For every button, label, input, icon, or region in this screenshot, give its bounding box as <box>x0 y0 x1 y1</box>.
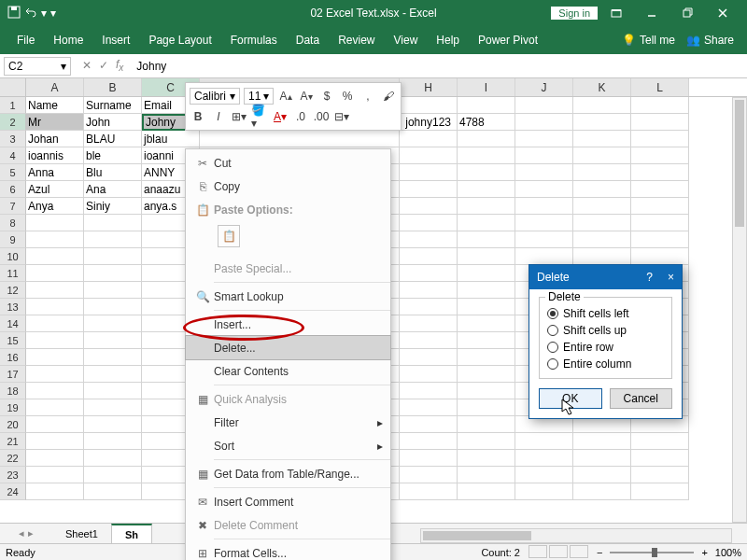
undo-icon[interactable] <box>24 6 37 21</box>
copy-icon: ⎘ <box>191 180 214 193</box>
col-B[interactable]: B <box>84 78 142 96</box>
select-all-corner[interactable] <box>0 78 26 96</box>
col-A[interactable]: A <box>26 78 84 96</box>
zoom-in-icon[interactable]: + <box>701 547 707 558</box>
paste-option-default[interactable]: 📋 <box>218 225 240 247</box>
menu-paste-options: 📋 <box>186 221 390 257</box>
share-button[interactable]: 👥Share <box>681 34 740 47</box>
ribbon: File Home Insert Page Layout Formulas Da… <box>0 26 747 54</box>
zoom-out-icon[interactable]: − <box>597 547 602 558</box>
formula-bar[interactable]: Johny <box>131 60 747 73</box>
col-J[interactable]: J <box>515 78 573 96</box>
enter-formula-icon[interactable]: ✓ <box>99 59 108 72</box>
sheet-tab-1[interactable]: Sheet1 <box>52 524 111 543</box>
scrollbar-v[interactable] <box>732 97 747 523</box>
percent-icon[interactable]: % <box>339 88 356 105</box>
comma-icon[interactable]: , <box>359 88 376 105</box>
menu-insert[interactable]: Insert... <box>186 313 390 336</box>
menu-insert-comment[interactable]: ✉Insert Comment <box>186 490 390 513</box>
tab-view[interactable]: View <box>385 26 428 54</box>
sign-in-button[interactable]: Sign in <box>551 7 598 20</box>
menu-paste-options-label: 📋Paste Options: <box>186 198 390 221</box>
menu-sort[interactable]: Sort▸ <box>186 434 390 457</box>
menu-cut[interactable]: ✂Cut <box>186 151 390 175</box>
restore-icon[interactable] <box>670 4 704 22</box>
close-icon[interactable] <box>706 4 740 22</box>
font-color-icon[interactable]: A▾ <box>272 108 289 125</box>
cancel-formula-icon[interactable]: ✕ <box>82 59 92 72</box>
decrease-font-icon[interactable]: A▾ <box>298 88 315 105</box>
tab-data[interactable]: Data <box>287 26 329 54</box>
menu-copy[interactable]: ⎘Copy <box>186 175 390 198</box>
dialog-help-icon[interactable]: ? <box>646 271 653 284</box>
chevron-down-icon[interactable]: ▾ <box>61 60 66 73</box>
increase-font-icon[interactable]: A▴ <box>277 88 294 105</box>
svg-rect-3 <box>684 10 690 17</box>
tab-home[interactable]: Home <box>44 26 92 54</box>
border-icon[interactable]: ⊞▾ <box>231 108 247 125</box>
minimize-icon[interactable] <box>635 4 669 22</box>
col-H[interactable]: H <box>400 78 458 96</box>
tab-formulas[interactable]: Formulas <box>221 26 287 54</box>
zoom-level[interactable]: 100% <box>715 547 741 558</box>
mini-toolbar: Calibri▾ 11▾ A▴ A▾ $ % , 🖌 B I ⊞▾ 🪣▾ A▾ … <box>185 82 402 131</box>
scrollbar-h[interactable] <box>420 528 732 543</box>
bold-icon[interactable]: B <box>190 108 206 125</box>
italic-icon[interactable]: I <box>210 108 227 125</box>
menu-paste-special[interactable]: Paste Special... <box>186 257 390 280</box>
col-I[interactable]: I <box>458 78 515 96</box>
sheet-tab-active[interactable]: Sh <box>111 524 152 543</box>
menu-filter[interactable]: Filter▸ <box>186 411 390 434</box>
menu-clear-contents[interactable]: Clear Contents <box>186 359 390 383</box>
font-select[interactable]: Calibri▾ <box>190 88 240 105</box>
menu-format-cells[interactable]: ⊞Format Cells... <box>186 541 390 560</box>
menu-delete[interactable]: Delete... <box>186 336 390 359</box>
tab-file[interactable]: File <box>7 26 44 54</box>
comment-icon: ✉ <box>191 496 214 509</box>
dialog-titlebar[interactable]: Delete ?× <box>529 265 682 289</box>
radio-entire-col[interactable]: Entire column <box>547 356 664 372</box>
col-L[interactable]: L <box>631 78 689 96</box>
tab-review[interactable]: Review <box>329 26 384 54</box>
dialog-title: Delete <box>537 271 570 284</box>
tab-power-pivot[interactable]: Power Pivot <box>469 26 547 54</box>
col-K[interactable]: K <box>573 78 631 96</box>
sheet-nav[interactable]: ◂ ▸ <box>0 527 52 539</box>
menu-get-data[interactable]: ▦Get Data from Table/Range... <box>186 462 390 485</box>
radio-entire-row[interactable]: Entire row <box>547 339 664 356</box>
tab-page-layout[interactable]: Page Layout <box>139 26 220 54</box>
view-buttons[interactable] <box>528 545 589 560</box>
dialog-close-icon[interactable]: × <box>668 271 674 284</box>
fill-color-icon[interactable]: 🪣▾ <box>251 108 268 125</box>
menu-delete-comment[interactable]: ✖Delete Comment <box>186 513 390 537</box>
svg-rect-1 <box>11 7 17 10</box>
menu-quick-analysis[interactable]: ▦Quick Analysis <box>186 387 390 411</box>
radio-shift-up[interactable]: Shift cells up <box>547 322 664 339</box>
accounting-icon[interactable]: $ <box>318 88 335 105</box>
formula-bar-row: C2▾ ✕ ✓ fx Johny <box>0 54 747 78</box>
tab-help[interactable]: Help <box>427 26 469 54</box>
menu-smart-lookup[interactable]: 🔍Smart Lookup <box>186 285 390 308</box>
save-icon[interactable] <box>7 6 21 21</box>
redo-icon[interactable]: ▾ <box>41 7 47 20</box>
radio-shift-left[interactable]: Shift cells left <box>547 305 664 322</box>
table-icon: ▦ <box>191 468 214 481</box>
increase-decimal-icon[interactable]: .00 <box>313 108 330 125</box>
zoom-slider[interactable] <box>610 552 694 553</box>
decrease-decimal-icon[interactable]: .0 <box>292 108 309 125</box>
dialog-group-legend: Delete <box>545 290 584 303</box>
name-box[interactable]: C2▾ <box>4 57 71 76</box>
tab-insert[interactable]: Insert <box>92 26 139 54</box>
cancel-button[interactable]: Cancel <box>610 388 673 409</box>
size-select[interactable]: 11▾ <box>244 88 274 105</box>
merge-icon[interactable]: ⊟▾ <box>333 108 350 125</box>
del-comment-icon: ✖ <box>191 519 214 532</box>
fx-icon[interactable]: fx <box>116 58 123 73</box>
format-painter-icon[interactable]: 🖌 <box>380 88 397 105</box>
bulb-icon: 💡 <box>622 34 636 47</box>
cursor-icon <box>561 399 578 417</box>
qat-more-icon[interactable]: ▾ <box>50 7 56 20</box>
tell-me[interactable]: 💡Tell me <box>616 34 681 47</box>
ribbon-options-icon[interactable] <box>599 4 633 22</box>
status-ready: Ready <box>6 547 35 558</box>
